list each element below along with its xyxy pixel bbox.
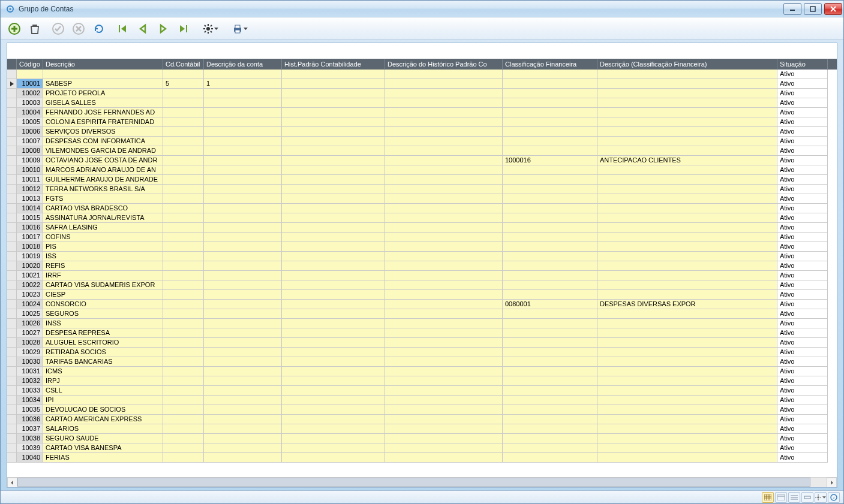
cell-histPadrao[interactable] xyxy=(282,357,385,367)
cell-cdContabil[interactable] xyxy=(163,175,204,185)
cell-situacao[interactable]: Ativo xyxy=(777,376,828,386)
cell-codigo[interactable]: 10006 xyxy=(17,127,43,137)
cell-descHistPadrao[interactable] xyxy=(385,165,503,175)
cell-descricao[interactable]: TARIFAS BANCARIAS xyxy=(43,357,163,367)
cell-descClassFin[interactable] xyxy=(597,194,777,204)
cell-histPadrao[interactable] xyxy=(282,242,385,252)
cell-classFin[interactable] xyxy=(503,108,597,117)
cell-histPadrao[interactable] xyxy=(282,376,385,386)
cell-codigo[interactable]: 10002 xyxy=(17,89,43,98)
cell-descConta[interactable] xyxy=(204,175,282,185)
confirm-button[interactable] xyxy=(49,20,67,38)
cell-codigo[interactable]: 10028 xyxy=(17,338,43,348)
cell-descHistPadrao[interactable] xyxy=(385,271,503,280)
cell-descricao[interactable]: COFINS xyxy=(43,233,163,242)
cell-descConta[interactable] xyxy=(204,434,282,443)
cell-cdContabil[interactable] xyxy=(163,223,204,233)
cell-histPadrao[interactable] xyxy=(282,271,385,280)
cell-cdContabil[interactable] xyxy=(163,386,204,396)
cell-descricao[interactable]: FGTS xyxy=(43,194,163,204)
cell-descConta[interactable] xyxy=(204,223,282,233)
cell-cdContabil[interactable] xyxy=(163,300,204,309)
cell-classFin[interactable] xyxy=(503,194,597,204)
cell-histPadrao[interactable] xyxy=(282,146,385,156)
table-row[interactable]: 10002PROJETO PEROLAAtivo xyxy=(7,89,837,98)
cell-classFin[interactable] xyxy=(503,309,597,319)
table-row[interactable]: 10012TERRA NETWORKS BRASIL S/AAtivo xyxy=(7,185,837,194)
cell-descricao[interactable]: INSS xyxy=(43,319,163,328)
cell-histPadrao[interactable] xyxy=(282,261,385,271)
cell-histPadrao[interactable] xyxy=(282,415,385,424)
table-row[interactable]: 10023CIESPAtivo xyxy=(7,290,837,300)
cell-descClassFin[interactable] xyxy=(597,98,777,108)
cell-descricao[interactable]: DEVOLUCAO DE SOCIOS xyxy=(43,405,163,415)
cell-descHistPadrao[interactable] xyxy=(385,175,503,185)
cell-descHistPadrao[interactable] xyxy=(385,146,503,156)
cell-situacao[interactable]: Ativo xyxy=(777,280,828,290)
cell-descClassFin[interactable] xyxy=(597,185,777,194)
cell-cdContabil[interactable] xyxy=(163,376,204,386)
cell-descricao[interactable]: REFIS xyxy=(43,261,163,271)
cancel-button[interactable] xyxy=(70,20,88,38)
cell-descClassFin[interactable] xyxy=(597,396,777,405)
cell-situacao[interactable]: Ativo xyxy=(777,309,828,319)
cell-descricao[interactable]: CARTAO VISA BRADESCO xyxy=(43,204,163,213)
table-row[interactable]: 10033CSLLAtivo xyxy=(7,386,837,396)
cell-codigo[interactable]: 10026 xyxy=(17,319,43,328)
horizontal-scrollbar[interactable] xyxy=(7,477,837,487)
cell-descHistPadrao[interactable] xyxy=(385,376,503,386)
table-row[interactable]: 10035DEVOLUCAO DE SOCIOSAtivo xyxy=(7,405,837,415)
cell-descricao[interactable]: COLONIA ESPIRITA FRATERNIDAD xyxy=(43,117,163,127)
cell-cdContabil[interactable] xyxy=(163,194,204,204)
cell-situacao[interactable]: Ativo xyxy=(777,165,828,175)
cell-descHistPadrao[interactable] xyxy=(385,300,503,309)
cell-descConta[interactable] xyxy=(204,367,282,376)
cell-histPadrao[interactable] xyxy=(282,223,385,233)
cell-descricao[interactable]: VILEMONDES GARCIA DE ANDRAD xyxy=(43,146,163,156)
statusbar-settings-button[interactable] xyxy=(815,492,827,503)
cell-classFin[interactable] xyxy=(503,271,597,280)
cell-situacao[interactable]: Ativo xyxy=(777,424,828,434)
cell-situacao[interactable]: Ativo xyxy=(777,453,828,463)
cell-histPadrao[interactable] xyxy=(282,185,385,194)
cell-situacao[interactable]: Ativo xyxy=(777,415,828,424)
cell-descricao[interactable]: SALARIOS xyxy=(43,424,163,434)
cell-histPadrao[interactable] xyxy=(282,98,385,108)
cell-descConta[interactable] xyxy=(204,194,282,204)
cell-descClassFin[interactable] xyxy=(597,127,777,137)
cell-histPadrao[interactable] xyxy=(282,338,385,348)
col-desc-class-fin[interactable]: Descrição (Classificação Financeira) xyxy=(597,59,777,69)
cell-classFin[interactable] xyxy=(503,338,597,348)
cell-descricao[interactable]: CSLL xyxy=(43,386,163,396)
table-row[interactable]: 10013FGTSAtivo xyxy=(7,194,837,204)
cell-descConta[interactable] xyxy=(204,396,282,405)
cell-classFin[interactable] xyxy=(503,98,597,108)
cell-descHistPadrao[interactable] xyxy=(385,319,503,328)
cell-codigo[interactable]: 10016 xyxy=(17,223,43,233)
cell-descHistPadrao[interactable] xyxy=(385,386,503,396)
cell-descricao[interactable]: FERIAS xyxy=(43,453,163,463)
table-row[interactable]: 10032IRPJAtivo xyxy=(7,376,837,386)
cell-cdContabil[interactable] xyxy=(163,328,204,338)
cell-descHistPadrao[interactable] xyxy=(385,233,503,242)
cell-situacao[interactable]: Ativo xyxy=(777,156,828,165)
cell-descClassFin[interactable] xyxy=(597,338,777,348)
cell-descClassFin[interactable] xyxy=(597,367,777,376)
cell-descClassFin[interactable] xyxy=(597,386,777,396)
cell-histPadrao[interactable] xyxy=(282,89,385,98)
cell-classFin[interactable] xyxy=(503,434,597,443)
cell-descClassFin[interactable] xyxy=(597,434,777,443)
cell-cdContabil[interactable] xyxy=(163,156,204,165)
cell-codigo[interactable]: 10008 xyxy=(17,146,43,156)
cell-descricao[interactable]: GISELA SALLES xyxy=(43,98,163,108)
cell-descricao[interactable]: GUILHERME ARAUJO DE ANDRADE xyxy=(43,175,163,185)
cell-situacao[interactable]: Ativo xyxy=(777,252,828,261)
cell-descHistPadrao[interactable] xyxy=(385,453,503,463)
table-row[interactable]: 10021IRRFAtivo xyxy=(7,271,837,280)
cell-descClassFin[interactable] xyxy=(597,108,777,117)
cell-descHistPadrao[interactable] xyxy=(385,185,503,194)
cell-classFin[interactable] xyxy=(503,165,597,175)
cell-descConta[interactable] xyxy=(204,261,282,271)
cell-codigo[interactable]: 10012 xyxy=(17,185,43,194)
cell-codigo[interactable]: 10035 xyxy=(17,405,43,415)
